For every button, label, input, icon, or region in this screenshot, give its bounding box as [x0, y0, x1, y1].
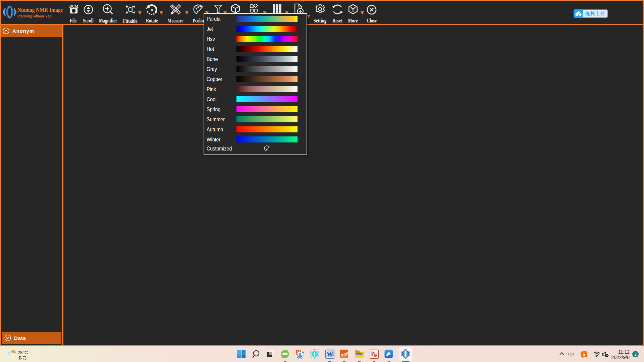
svg-text:W: W	[327, 351, 333, 358]
